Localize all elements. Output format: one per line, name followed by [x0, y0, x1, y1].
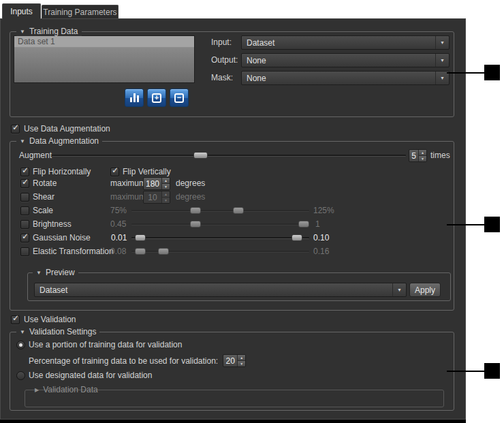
use-data-augmentation-checkbox[interactable]: ✓	[11, 125, 20, 134]
brightness-label[interactable]: Brightness	[33, 219, 72, 230]
rotate-label[interactable]: Rotate	[33, 178, 57, 189]
spin-buttons[interactable]: ▲ ▼	[161, 191, 170, 203]
remove-dataset-button[interactable]: −	[170, 89, 189, 107]
slider-handle-high[interactable]	[292, 234, 302, 241]
validation-settings-group-title[interactable]: ▼ Validation Settings	[16, 328, 99, 336]
apply-button[interactable]: Apply	[409, 283, 441, 297]
chevron-down-icon: ▼	[435, 54, 449, 67]
augment-label: Augment	[19, 151, 52, 161]
validation-data-group-title[interactable]: ▶ Validation Data	[31, 386, 101, 394]
slider-groove[interactable]	[131, 210, 309, 212]
data-augmentation-group-title[interactable]: ▼ Data Augmentation	[16, 137, 102, 146]
rotate-checkbox[interactable]: ✓	[20, 179, 29, 188]
slider-handle-high[interactable]	[298, 221, 309, 228]
slider-handle-low[interactable]	[190, 207, 201, 214]
tab-training-parameters[interactable]: Training Parameters	[42, 5, 119, 18]
scale-range-slider[interactable]	[131, 206, 309, 215]
slider-handle-low[interactable]	[190, 221, 201, 228]
training-data-group-title[interactable]: ▼ Training Data	[16, 27, 82, 36]
slider-handle-high[interactable]	[158, 248, 169, 255]
flip-horizontally-label[interactable]: Flip Horizontally	[33, 167, 91, 177]
input-combobox[interactable]: Dataset ▼	[241, 35, 450, 50]
callout-line-1	[447, 72, 485, 74]
gaussian-noise-checkbox[interactable]: ✓	[20, 234, 29, 242]
spin-buttons[interactable]: ▲ ▼	[161, 178, 170, 189]
add-dataset-button[interactable]: +	[147, 89, 166, 107]
slider-handle-low[interactable]	[135, 234, 146, 241]
portion-validation-label[interactable]: Use a portion of training data for valid…	[29, 340, 182, 350]
group-title-text: Validation Settings	[29, 328, 97, 336]
spin-down-icon[interactable]: ▼	[419, 155, 426, 161]
spin-down-icon[interactable]: ▼	[162, 183, 170, 189]
validation-percentage-row: Percentage of training data to be used f…	[29, 354, 246, 367]
collapse-arrow-icon[interactable]: ▼	[20, 27, 25, 36]
shear-label[interactable]: Shear	[33, 192, 54, 202]
shear-maximum-label: maximum	[110, 192, 146, 202]
elastic-transformation-label[interactable]: Elastic Transformation	[33, 247, 114, 257]
brightness-range-slider[interactable]	[131, 219, 309, 229]
scale-checkbox[interactable]	[20, 206, 29, 215]
spin-up-icon[interactable]: ▲	[419, 150, 426, 155]
collapse-arrow-icon[interactable]: ▼	[20, 137, 25, 146]
spin-up-icon[interactable]: ▲	[162, 178, 170, 183]
output-combobox[interactable]: None ▼	[241, 53, 450, 67]
spin-down-icon[interactable]: ▼	[238, 360, 245, 366]
collapsed-arrow-icon[interactable]: ▶	[35, 386, 39, 394]
flip-horizontally-checkbox[interactable]: ✓	[20, 168, 29, 176]
gaussian-noise-max-label: 0.10	[313, 233, 329, 243]
histogram-button[interactable]	[125, 89, 144, 107]
slider-groove[interactable]	[131, 223, 309, 225]
augment-slider[interactable]	[52, 151, 406, 160]
slider-handle-low[interactable]	[135, 248, 146, 255]
callout-marker-2	[484, 217, 500, 232]
flip-vertically-checkbox[interactable]: ✓	[110, 168, 119, 176]
preview-dataset-combobox[interactable]: Dataset ▼	[34, 283, 407, 297]
tab-inputs[interactable]: Inputs	[2, 3, 41, 19]
augment-times-spinbox[interactable]: 5 ▲ ▼	[409, 149, 427, 162]
tab-label: Training Parameters	[43, 7, 116, 17]
designated-validation-label[interactable]: Use designated data for validation	[29, 371, 152, 381]
spin-buttons[interactable]: ▲ ▼	[418, 150, 426, 161]
rotate-maximum-label: maximum	[110, 178, 146, 189]
collapse-arrow-icon[interactable]: ▼	[36, 268, 42, 277]
elastic-transformation-checkbox[interactable]	[20, 247, 29, 256]
preview-group-title[interactable]: ▼ Preview	[33, 268, 78, 277]
slider-handle-high[interactable]	[233, 207, 244, 214]
collapse-arrow-icon[interactable]: ▼	[20, 328, 25, 336]
plus-icon: +	[152, 93, 161, 103]
group-title-text: Preview	[46, 268, 75, 277]
check-icon: ✓	[22, 232, 29, 241]
group-title-text: Data Augmentation	[29, 137, 99, 146]
list-item[interactable]: Data set 1	[14, 36, 194, 48]
shear-degrees-spinbox[interactable]: 10 ▲ ▼	[143, 191, 170, 204]
gaussian-noise-range-slider[interactable]	[131, 233, 309, 242]
spin-buttons[interactable]: ▲ ▼	[237, 355, 245, 366]
spin-up-icon[interactable]: ▲	[238, 355, 245, 360]
use-validation-label[interactable]: Use Validation	[24, 315, 76, 325]
designated-validation-radio[interactable]	[16, 371, 25, 380]
rotate-degrees-spinbox[interactable]: 180 ▲ ▼	[143, 177, 170, 190]
use-data-augmentation-label[interactable]: Use Data Augmentation	[24, 124, 110, 134]
spin-value: 10	[144, 191, 161, 203]
shear-checkbox[interactable]	[20, 193, 29, 202]
gaussian-noise-label[interactable]: Gaussian Noise	[33, 233, 91, 243]
check-icon: ✓	[22, 177, 29, 187]
scale-label[interactable]: Scale	[33, 206, 53, 216]
spin-up-icon[interactable]: ▲	[162, 191, 170, 197]
mask-combobox[interactable]: None ▼	[241, 71, 450, 85]
dataset-list[interactable]: Data set 1	[14, 35, 195, 83]
inputs-window: Training Parameters Inputs ▼ Training Da…	[0, 0, 504, 423]
slider-handle[interactable]	[193, 152, 208, 159]
callout-line-3	[447, 371, 485, 372]
brightness-checkbox[interactable]	[20, 220, 29, 229]
portion-validation-radio[interactable]	[16, 341, 25, 349]
use-validation-checkbox[interactable]: ✓	[11, 315, 20, 324]
minus-icon: −	[174, 93, 184, 103]
slider-groove[interactable]	[131, 237, 309, 239]
validation-percentage-spinbox[interactable]: 20 ▲ ▼	[223, 354, 246, 367]
flip-vertically-label[interactable]: Flip Vertically	[123, 167, 171, 177]
combo-value: None	[247, 74, 435, 83]
spin-down-icon[interactable]: ▼	[162, 197, 170, 203]
elastic-range-slider[interactable]	[131, 247, 309, 256]
slider-groove[interactable]	[52, 155, 406, 157]
